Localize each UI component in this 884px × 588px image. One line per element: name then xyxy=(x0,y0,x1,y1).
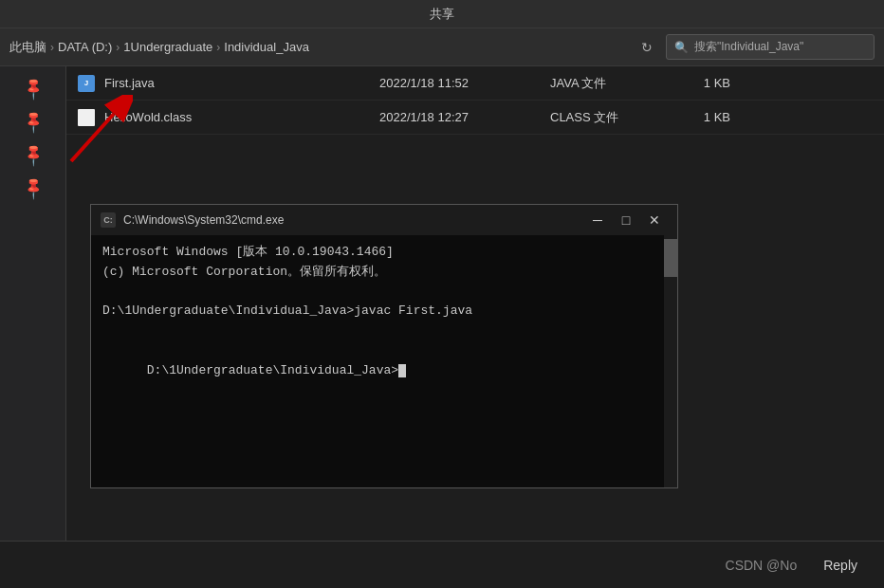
file-size-java: 1 KB xyxy=(673,76,749,90)
file-name-java: First.java xyxy=(104,76,379,90)
pin-icon-3[interactable]: 📌 xyxy=(14,137,51,174)
breadcrumb-item-java[interactable]: Individual_Java xyxy=(224,40,309,54)
class-file-icon xyxy=(76,107,97,128)
file-type-java: JAVA 文件 xyxy=(550,75,673,92)
cmd-maximize-button[interactable]: □ xyxy=(613,210,639,230)
table-row[interactable]: J First.java 2022/1/18 11:52 JAVA 文件 1 K… xyxy=(66,66,884,101)
cmd-line-1: Microsoft Windows [版本 10.0.19043.1466] xyxy=(102,243,666,263)
top-tab-bar: 共享 xyxy=(0,0,884,28)
cmd-scrollbar-thumb[interactable] xyxy=(664,239,677,277)
sidebar: 📌 📌 📌 📌 xyxy=(0,66,66,541)
shared-tab[interactable]: 共享 xyxy=(414,6,470,23)
pin-icon-1[interactable]: 📌 xyxy=(14,70,51,107)
pin-icon-4[interactable]: 📌 xyxy=(14,170,51,207)
file-name-class: HelloWold.class xyxy=(104,110,379,124)
cmd-line-2: (c) Microsoft Corporation。保留所有权利。 xyxy=(102,263,666,283)
breadcrumb-item-data[interactable]: DATA (D:) xyxy=(58,40,112,54)
pin-icon-2[interactable]: 📌 xyxy=(14,103,51,140)
cmd-app-icon: C: xyxy=(101,212,116,228)
cmd-controls: ─ □ ✕ xyxy=(584,210,668,230)
bottom-bar: CSDN @No Reply xyxy=(0,541,884,588)
table-row[interactable]: HelloWold.class 2022/1/18 12:27 CLASS 文件… xyxy=(66,101,884,135)
cmd-cursor xyxy=(398,364,406,377)
breadcrumb-sep: › xyxy=(116,41,120,54)
cmd-scrollbar[interactable] xyxy=(664,235,677,487)
csdn-label: CSDN @No xyxy=(726,558,798,573)
cmd-minimize-button[interactable]: ─ xyxy=(584,210,611,230)
breadcrumb: 此电脑 › DATA (D:) › 1Undergraduate › Indiv… xyxy=(9,39,628,56)
cmd-title: C:\Windows\System32\cmd.exe xyxy=(123,213,577,227)
breadcrumb-sep: › xyxy=(50,41,54,54)
file-type-class: CLASS 文件 xyxy=(550,109,673,126)
search-icon: 🔍 xyxy=(674,41,689,54)
cmd-close-button[interactable]: ✕ xyxy=(641,210,668,230)
cmd-titlebar: C: C:\Windows\System32\cmd.exe ─ □ ✕ xyxy=(91,205,677,235)
cmd-line-blank xyxy=(102,283,666,303)
reply-button[interactable]: Reply xyxy=(816,554,865,577)
breadcrumb-item-pc[interactable]: 此电脑 xyxy=(9,39,46,56)
cmd-window[interactable]: C: C:\Windows\System32\cmd.exe ─ □ ✕ Mic… xyxy=(90,204,678,488)
cmd-content: Microsoft Windows [版本 10.0.19043.1466] (… xyxy=(91,235,677,487)
breadcrumb-bar: 此电脑 › DATA (D:) › 1Undergraduate › Indiv… xyxy=(0,28,884,66)
refresh-button[interactable]: ↻ xyxy=(634,34,660,61)
file-date-class: 2022/1/18 12:27 xyxy=(379,110,550,124)
search-placeholder: 搜索"Individual_Java" xyxy=(694,39,803,55)
file-date-java: 2022/1/18 11:52 xyxy=(379,76,550,90)
breadcrumb-item-1ug[interactable]: 1Undergraduate xyxy=(123,40,212,54)
breadcrumb-sep: › xyxy=(216,41,220,54)
java-file-icon: J xyxy=(76,73,97,94)
file-list: J First.java 2022/1/18 11:52 JAVA 文件 1 K… xyxy=(66,66,884,135)
file-size-class: 1 KB xyxy=(673,110,749,124)
cmd-line-blank2 xyxy=(102,322,666,341)
cmd-line-3: D:\1Undergraduate\Individual_Java>javac … xyxy=(102,302,666,322)
cmd-line-4: D:\1Undergraduate\Individual_Java> xyxy=(102,341,666,400)
search-box[interactable]: 🔍 搜索"Individual_Java" xyxy=(666,34,875,60)
